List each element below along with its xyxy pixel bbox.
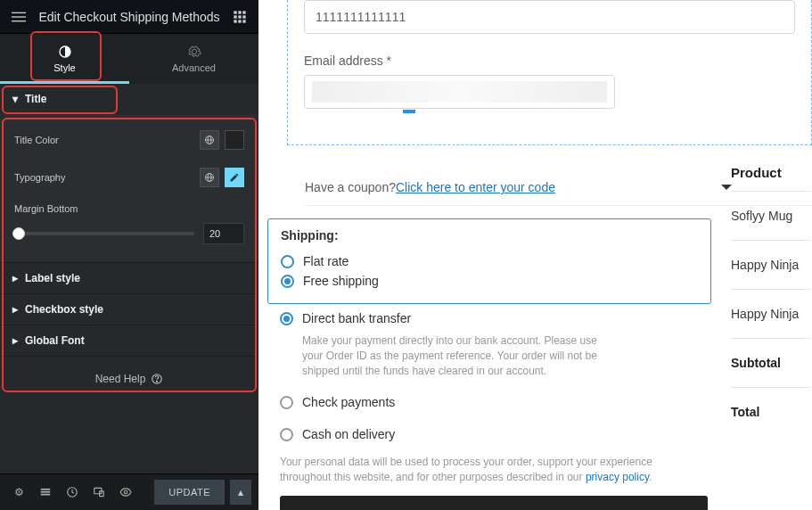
text-field[interactable]: 1111111111111 [304,0,795,34]
shipping-option-label: Flat rate [303,254,349,268]
privacy-text: Your personal data will be used to proce… [267,455,713,485]
product-row: Happy Ninja [731,289,811,338]
section-checkbox-style: ▸ Checkbox style [0,294,258,325]
svg-rect-9 [234,20,236,22]
section-title: ▾ Title Title Color Typography [0,84,258,263]
total-row: Total [731,387,811,436]
email-field[interactable] [304,75,615,109]
section-checkbox-style-header[interactable]: ▸ Checkbox style [0,294,258,325]
svg-rect-4 [238,11,241,13]
svg-rect-3 [234,11,236,13]
need-help-link[interactable]: Need Help [0,357,258,401]
global-typo-icon[interactable] [200,168,219,187]
payment-methods: Direct bank transfer Make your payment d… [267,303,711,444]
coupon-link[interactable]: Click here to enter your code [396,180,555,194]
payment-option-desc: Make your payment directly into our bank… [302,333,605,378]
radio-icon[interactable] [281,255,294,268]
subtotal-row: Subtotal [731,338,811,387]
section-global-font-header[interactable]: ▸ Global Font [0,325,258,356]
tab-style[interactable]: Style [0,34,129,84]
svg-point-26 [124,490,127,494]
editor-sidebar: Edit Checkout Shipping Methods Style Adv… [0,0,258,510]
margin-bottom-row: Margin Bottom [14,196,244,250]
svg-rect-22 [41,491,51,493]
preview-icon[interactable] [114,480,137,505]
payment-option-check[interactable]: Check payments [280,392,699,412]
navigator-icon[interactable] [34,480,57,505]
shipping-option-free-shipping[interactable]: Free shipping [281,271,698,291]
privacy-link[interactable]: privacy policy [586,471,649,483]
payment-option-label: Check payments [302,395,395,409]
history-icon[interactable] [61,480,84,505]
section-label-style: ▸ Label style [0,263,258,294]
product-row: Soflyy Mug [731,191,811,240]
section-global-font: ▸ Global Font [0,325,258,357]
global-color-icon[interactable] [200,130,219,150]
title-color-label: Title Color [14,135,59,145]
svg-rect-6 [234,15,236,18]
svg-rect-23 [41,494,51,496]
svg-rect-1 [12,16,26,17]
margin-bottom-label: Margin Bottom [14,203,244,214]
shipping-option-flat-rate[interactable]: Flat rate [281,251,698,271]
svg-rect-2 [12,21,26,21]
sidebar-footer: ⚙ UPDATE ▴ [0,473,258,510]
shipping-methods: Shipping: Flat rate Free shipping [267,218,711,304]
update-button[interactable]: UPDATE [154,480,225,505]
radio-icon[interactable] [280,428,293,441]
tab-advanced[interactable]: Advanced [129,34,258,84]
responsive-icon[interactable] [87,480,111,505]
title-color-picker[interactable] [225,130,244,150]
svg-rect-10 [238,20,241,22]
shipping-title: Shipping: [281,228,698,243]
text-field-value: 1111111111111 [316,10,406,24]
radio-checked-icon[interactable] [281,275,294,288]
help-icon [151,373,163,385]
svg-rect-11 [242,20,245,22]
caret-right-icon: ▸ [12,272,18,284]
form-section: 1111111111111 Email address * [287,0,812,145]
payment-option-cod[interactable]: Cash on delivery [280,424,699,444]
sidebar-title: Edit Checkout Shipping Methods [29,10,230,24]
section-title-header[interactable]: ▾ Title [0,84,258,114]
typography-row: Typography [14,159,244,196]
shipping-option-label: Free shipping [303,274,379,288]
need-help-label: Need Help [95,373,146,385]
place-order-button[interactable] [280,496,708,510]
tab-advanced-label: Advanced [172,62,216,73]
svg-rect-8 [242,15,245,18]
products-header: Product [731,165,811,191]
section-label-style-header[interactable]: ▸ Label style [0,263,258,293]
apps-icon[interactable] [230,7,250,27]
svg-point-20 [157,381,158,382]
update-options-button[interactable]: ▴ [230,480,251,505]
radio-checked-icon[interactable] [280,312,293,325]
edit-typography-icon[interactable] [225,168,244,187]
section-label-style-label: Label style [25,272,80,284]
sidebar-tabs: Style Advanced [0,34,258,84]
payment-option-bank[interactable]: Direct bank transfer [280,308,699,328]
margin-bottom-slider[interactable] [14,232,194,235]
text-cursor [403,110,415,113]
section-checkbox-style-label: Checkbox style [25,303,103,316]
section-title-label: Title [25,93,46,105]
settings-icon[interactable]: ⚙ [7,480,30,505]
menu-icon[interactable] [9,7,29,27]
svg-rect-7 [238,15,241,18]
product-row: Happy Ninja [731,240,811,289]
payment-option-label: Direct bank transfer [302,311,411,325]
svg-rect-21 [41,489,51,490]
email-label: Email address * [304,53,811,68]
svg-rect-0 [12,12,26,12]
payment-option-label: Cash on delivery [302,427,395,441]
margin-bottom-input[interactable] [203,223,244,244]
coupon-prefix: Have a coupon? [305,180,396,194]
section-global-font-label: Global Font [25,334,85,347]
caret-down-icon: ▾ [12,93,18,105]
slider-thumb[interactable] [12,227,25,240]
radio-icon[interactable] [280,396,293,409]
redacted-content [312,81,607,103]
caret-right-icon: ▸ [12,303,18,316]
sidebar-header: Edit Checkout Shipping Methods [0,0,258,34]
tab-style-label: Style [53,62,75,73]
